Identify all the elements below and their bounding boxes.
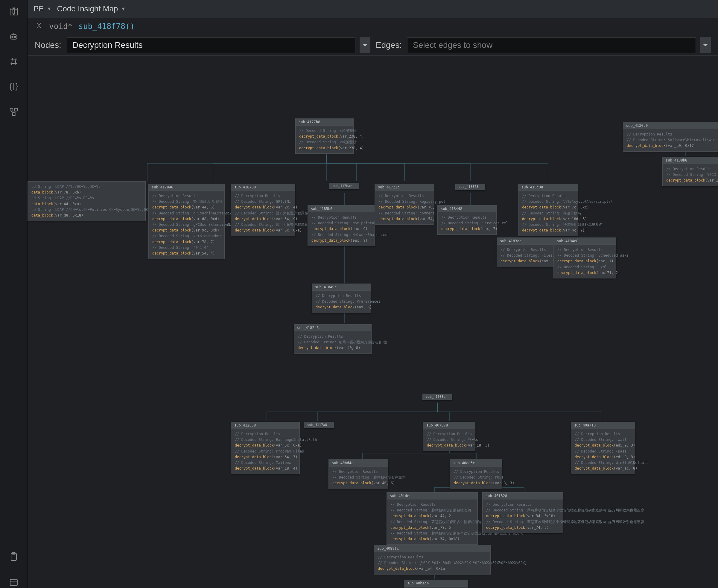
node-body: // Decryption Results // Decoded String:…	[329, 466, 388, 489]
node-title[interactable]: sub_41722c	[375, 184, 434, 191]
graph-node[interactable]: sub_418448// Decryption Results // Decod…	[437, 205, 497, 235]
graph-node[interactable]: sub_4138b8// Decryption Results // Decod…	[662, 157, 718, 186]
node-title[interactable]: sub_40f4ec	[387, 492, 477, 500]
node-body: // Decryption Results // Decoded String:…	[374, 552, 490, 574]
node-title[interactable]: sub_412558	[231, 422, 300, 429]
node-title[interactable]: sub_40bad4	[404, 580, 468, 587]
svg-rect-8	[10, 579, 17, 586]
node-title[interactable]: sub_407878	[423, 422, 475, 429]
node-body: // Decryption Results // Decoded String:…	[387, 500, 477, 544]
book-icon[interactable]	[8, 5, 20, 17]
archive-icon[interactable]	[8, 576, 20, 588]
view-dropdown[interactable]: Code Insight Map ▼	[57, 4, 126, 14]
graph-node[interactable]: sub_40bad4// Decoded String: -gspddecryp…	[404, 580, 468, 588]
graph-node[interactable]: sub_41722c// Decryption Results // Decod…	[374, 184, 434, 225]
clipboard-icon[interactable]	[8, 551, 20, 563]
node-body: // Decryption Results // Decoded String:…	[312, 291, 371, 313]
breadcrumb: void* sub_418f78()	[27, 18, 718, 35]
filter-bar: Nodes: Decryption Results Edges: Select …	[27, 35, 718, 56]
graph-node[interactable]: sub_418378	[455, 184, 485, 190]
graph-node[interactable]: sub_40bd4c// Decryption Results // Decod…	[328, 459, 388, 489]
graph-node[interactable]: sub_417848// Decryption Results // Decod…	[148, 184, 225, 259]
nodes-filter-select[interactable]: Decryption Results	[67, 37, 355, 53]
graph-node[interactable]: sub_4117a8	[304, 422, 334, 428]
node-title[interactable]: sub_4182c8	[294, 324, 371, 331]
node-body: // Decryption Results // Decoded String:…	[231, 429, 300, 474]
node-title[interactable]: sub_4130c0	[623, 122, 718, 129]
file-type-dropdown[interactable]: PE ▼	[34, 4, 52, 14]
node-title[interactable]: sub_40f328	[483, 492, 563, 500]
chevron-down-icon: ▼	[121, 6, 126, 12]
node-body: // Decryption Results // Decoded String:…	[294, 331, 371, 354]
node-body: // Decryption Results // Decoded String:…	[423, 429, 475, 451]
nodes-filter-label: Nodes:	[35, 40, 61, 50]
graph-node[interactable]: sub_4182c8// Decryption Results // Decod…	[294, 324, 372, 354]
top-bar: PE ▼ Code Insight Map ▼	[27, 0, 718, 18]
node-body: // Decryption Results // Decoded String:…	[554, 245, 616, 278]
flow-icon[interactable]	[8, 106, 20, 118]
node-title[interactable]: sub_418378	[456, 184, 485, 190]
node-title[interactable]: sub_4089fc	[374, 545, 490, 552]
function-name[interactable]: sub_418f78()	[78, 22, 135, 31]
node-body: // Decryption Results // Decoded String:…	[483, 500, 563, 533]
node-title[interactable]: sub_40bd4c	[329, 460, 388, 466]
chevron-down-icon: ▼	[47, 6, 52, 12]
node-body: // Decryption Results // Decoded String:…	[623, 129, 718, 151]
graph-node[interactable]: sub_4184e8// Decryption Results // Decod…	[553, 237, 616, 278]
node-body: // Decryption Results // Decoded String:…	[149, 191, 224, 259]
edges-filter-label: Edges:	[376, 40, 402, 50]
edges-filter-select[interactable]: Select edges to show	[407, 37, 696, 53]
svg-rect-3	[10, 108, 13, 111]
graph-node[interactable]: sub_407878// Decryption Results // Decod…	[423, 422, 475, 451]
graph-canvas[interactable]: ed String: LDAP://%s/DC=%s,DC=%sdata_blo…	[27, 56, 718, 588]
function-icon	[35, 21, 43, 31]
node-title[interactable]: sub_40ee3c	[450, 460, 502, 466]
graph-node[interactable]: sub_40f328// Decryption Results // Decod…	[482, 492, 563, 533]
svg-rect-5	[12, 113, 15, 115]
node-title[interactable]: sub_4117a8	[304, 422, 333, 428]
graph-node[interactable]: sub_40f4ec// Decryption Results // Decod…	[387, 492, 478, 545]
node-title[interactable]: sub_41849c	[312, 284, 371, 291]
node-title[interactable]: sub_417848	[149, 184, 224, 191]
svg-point-1	[12, 36, 13, 38]
bot-icon[interactable]	[8, 30, 20, 42]
graph-node[interactable]: sub_416c08// Decryption Results // Decod…	[518, 184, 578, 236]
graph-node[interactable]: sub_412558// Decryption Results // Decod…	[231, 422, 300, 474]
graph-node[interactable]: sub_41003e	[423, 394, 452, 400]
node-body: // Decryption Results // Decoded String:…	[308, 212, 374, 246]
node-body: // Decoded String: o帳號豎听decrypt_data_blo…	[295, 126, 353, 153]
graph-node[interactable]: sub_417bac	[329, 183, 359, 189]
graph-node[interactable]: sub_40a7a0// Decryption Results // Decod…	[571, 422, 635, 474]
node-title[interactable]: sub_4177b8	[295, 119, 353, 126]
graph-node[interactable]: sub_4089fc// Decryption Results // Decod…	[374, 545, 491, 574]
graph-node[interactable]: sub_41849c// Decryption Results // Decod…	[312, 284, 371, 313]
hash-icon[interactable]	[8, 56, 20, 68]
return-type: void*	[49, 22, 73, 31]
node-title[interactable]: sub_418788	[231, 184, 295, 191]
node-title[interactable]: sub_417bac	[329, 183, 359, 189]
graph-node[interactable]: sub_4177b8// Decoded String: o帳號豎听decryp…	[295, 119, 354, 154]
node-title[interactable]: sub_4183ac	[497, 238, 556, 245]
node-title[interactable]: sub_40a7a0	[571, 422, 635, 429]
graph-node[interactable]: sub_4130c0// Decryption Results // Decod…	[623, 122, 718, 152]
node-title[interactable]: sub_4184e8	[554, 238, 616, 245]
graph-node[interactable]: ed String: LDAP://%s/DC=%s,DC=%sdata_blo…	[27, 181, 146, 221]
node-body: ed String: LDAP://%s/DC=%s,DC=%sdata_blo…	[28, 182, 145, 221]
graph-node[interactable]: sub_40ee3c// Decryption Results // Decod…	[450, 459, 502, 489]
graph-node[interactable]: sub_418788// Decryption Results // Decod…	[231, 184, 295, 236]
node-body: // Decryption Results // Decoded String:…	[571, 429, 635, 474]
braces-icon[interactable]	[8, 81, 20, 93]
node-title[interactable]: sub_418448	[438, 206, 496, 212]
node-title[interactable]: sub_4138b8	[663, 157, 718, 164]
node-body: // Decryption Results // Decoded String:…	[663, 164, 718, 186]
node-title[interactable]: sub_4185b0	[308, 206, 374, 212]
graph-node[interactable]: sub_4183ac// Decryption Results // Decod…	[497, 237, 556, 267]
view-label: Code Insight Map	[57, 4, 118, 14]
nodes-dropdown-button[interactable]	[360, 37, 370, 53]
node-body: // Decryption Results // Decoded String:…	[450, 466, 502, 489]
node-title[interactable]: sub_416c08	[518, 184, 578, 191]
edges-dropdown-button[interactable]	[700, 37, 711, 53]
node-body: // Decryption Results // Decoded String:…	[231, 191, 295, 236]
node-title[interactable]: sub_41003e	[423, 394, 452, 400]
graph-node[interactable]: sub_4185b0// Decryption Results // Decod…	[308, 205, 375, 246]
